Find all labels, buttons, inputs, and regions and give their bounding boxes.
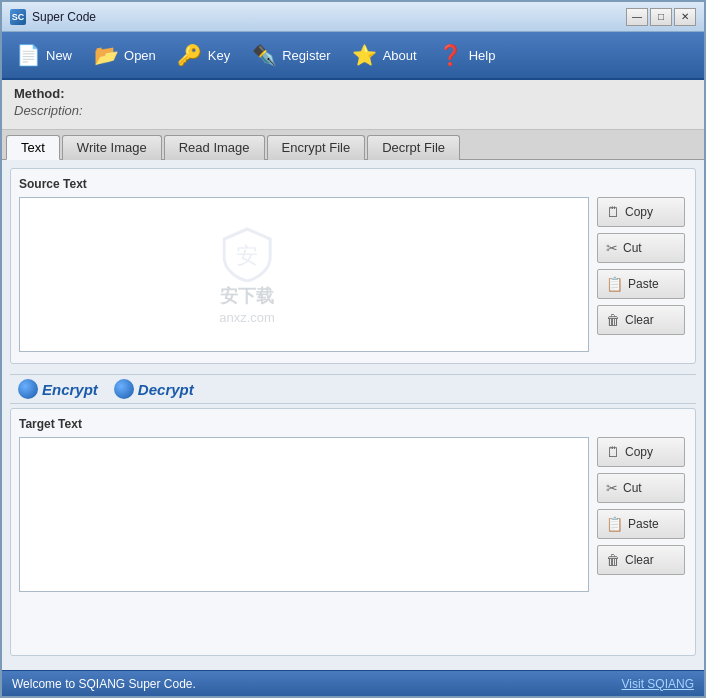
new-icon: 📄: [14, 41, 42, 69]
open-icon: 📂: [92, 41, 120, 69]
close-button[interactable]: ✕: [674, 8, 696, 26]
tab-write-image[interactable]: Write Image: [62, 135, 162, 160]
source-buttons: 🗒 Copy ✂ Cut 📋 Paste 🗑 Clear: [597, 197, 687, 335]
menu-register[interactable]: ✒️ Register: [242, 37, 338, 73]
title-controls: — □ ✕: [626, 8, 696, 26]
help-icon: ❓: [437, 41, 465, 69]
menu-help[interactable]: ❓ Help: [429, 37, 504, 73]
source-row: 安 安下载 anxz.com 🗒 Copy ✂ Cut: [19, 197, 687, 355]
source-clear-button[interactable]: 🗑 Clear: [597, 305, 685, 335]
target-textarea[interactable]: [19, 437, 589, 592]
target-clear-button[interactable]: 🗑 Clear: [597, 545, 685, 575]
encrypt-decrypt-row: Encrypt Decrypt: [10, 374, 696, 404]
target-label: Target Text: [19, 417, 687, 431]
menu-open[interactable]: 📂 Open: [84, 37, 164, 73]
decrypt-label: Decrypt: [138, 381, 194, 398]
status-right[interactable]: Visit SQIANG: [622, 677, 694, 691]
target-paste-button[interactable]: 📋 Paste: [597, 509, 685, 539]
target-copy-icon: 🗒: [606, 444, 620, 460]
register-icon: ✒️: [250, 41, 278, 69]
app-icon: SC: [10, 9, 26, 25]
decrypt-link[interactable]: Decrypt: [114, 379, 194, 399]
decrypt-dot-icon: [114, 379, 134, 399]
info-bar: Method: Description:: [2, 80, 704, 130]
target-section: Target Text 🗒 Copy ✂ Cut 📋: [10, 408, 696, 656]
cut-icon: ✂: [606, 240, 618, 256]
tab-read-image[interactable]: Read Image: [164, 135, 265, 160]
menu-bar: 📄 New 📂 Open 🔑 Key ✒️ Register ⭐ About ❓…: [2, 32, 704, 80]
status-left: Welcome to SQIANG Super Code.: [12, 677, 196, 691]
status-bar: Welcome to SQIANG Super Code. Visit SQIA…: [2, 670, 704, 696]
paste-icon: 📋: [606, 276, 623, 292]
target-copy-button[interactable]: 🗒 Copy: [597, 437, 685, 467]
menu-key-label: Key: [208, 48, 230, 63]
target-paste-icon: 📋: [606, 516, 623, 532]
source-section: Source Text 安 安下载 anxz.com: [10, 168, 696, 364]
source-textarea[interactable]: [19, 197, 589, 352]
minimize-button[interactable]: —: [626, 8, 648, 26]
maximize-button[interactable]: □: [650, 8, 672, 26]
encrypt-dot-icon: [18, 379, 38, 399]
tab-decrypt-file[interactable]: Decrpt File: [367, 135, 460, 160]
target-row: 🗒 Copy ✂ Cut 📋 Paste 🗑 Clear: [19, 437, 687, 595]
source-cut-button[interactable]: ✂ Cut: [597, 233, 685, 263]
target-cut-button[interactable]: ✂ Cut: [597, 473, 685, 503]
menu-about-label: About: [383, 48, 417, 63]
source-label: Source Text: [19, 177, 687, 191]
menu-open-label: Open: [124, 48, 156, 63]
app-window: SC Super Code — □ ✕ 📄 New 📂 Open 🔑 Key ✒…: [0, 0, 706, 698]
menu-register-label: Register: [282, 48, 330, 63]
target-buttons: 🗒 Copy ✂ Cut 📋 Paste 🗑 Clear: [597, 437, 687, 575]
menu-key[interactable]: 🔑 Key: [168, 37, 238, 73]
description-label: Description:: [14, 103, 692, 118]
menu-new[interactable]: 📄 New: [6, 37, 80, 73]
source-paste-button[interactable]: 📋 Paste: [597, 269, 685, 299]
tab-text[interactable]: Text: [6, 135, 60, 160]
title-bar-left: SC Super Code: [10, 9, 96, 25]
copy-icon: 🗒: [606, 204, 620, 220]
target-clear-icon: 🗑: [606, 552, 620, 568]
tab-encrypt-file[interactable]: Encrypt File: [267, 135, 366, 160]
target-textarea-wrap: [19, 437, 589, 595]
menu-help-label: Help: [469, 48, 496, 63]
tab-content: Source Text 安 安下载 anxz.com: [2, 160, 704, 670]
menu-new-label: New: [46, 48, 72, 63]
menu-about[interactable]: ⭐ About: [343, 37, 425, 73]
title-bar: SC Super Code — □ ✕: [2, 2, 704, 32]
encrypt-link[interactable]: Encrypt: [18, 379, 98, 399]
encrypt-label: Encrypt: [42, 381, 98, 398]
source-textarea-wrap: 安 安下载 anxz.com: [19, 197, 589, 355]
method-label: Method:: [14, 86, 692, 101]
window-title: Super Code: [32, 10, 96, 24]
tab-bar: Text Write Image Read Image Encrypt File…: [2, 130, 704, 160]
source-copy-button[interactable]: 🗒 Copy: [597, 197, 685, 227]
target-cut-icon: ✂: [606, 480, 618, 496]
about-icon: ⭐: [351, 41, 379, 69]
key-icon: 🔑: [176, 41, 204, 69]
clear-icon: 🗑: [606, 312, 620, 328]
